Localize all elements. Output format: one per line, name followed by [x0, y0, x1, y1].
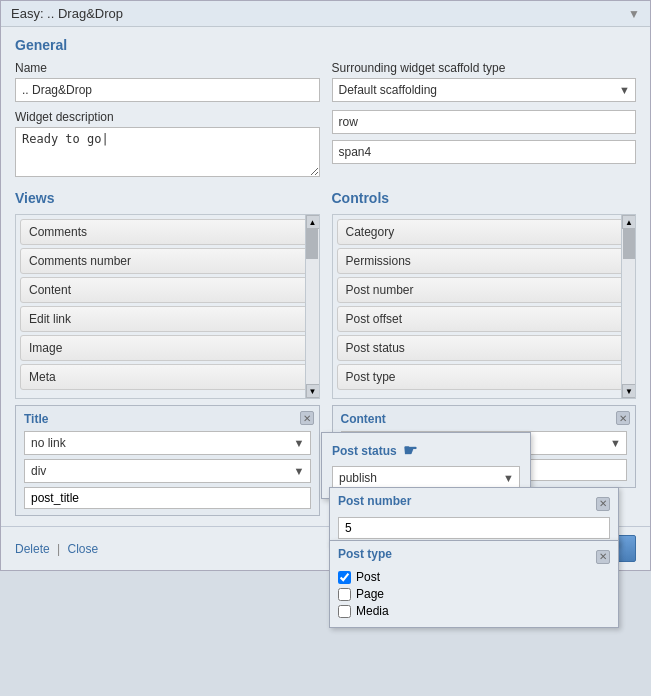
general-section-title: General [15, 37, 636, 53]
surrounding-select-wrapper: Default scaffolding ▼ [332, 78, 637, 102]
control-item-post-number[interactable]: Post number [337, 277, 632, 303]
delete-link[interactable]: Delete [15, 542, 50, 556]
main-window: Easy: .. Drag&Drop ▼ General Name Surrou… [0, 0, 651, 571]
post-type-close[interactable]: ✕ [596, 550, 610, 564]
span-input[interactable] [332, 140, 637, 164]
content-panel-title: Content [341, 412, 628, 426]
footer-links: Delete | Close [15, 542, 98, 556]
views-scroll-down[interactable]: ▼ [306, 384, 320, 398]
post-type-page-label: Page [356, 587, 384, 601]
control-item-post-status[interactable]: Post status [337, 335, 632, 361]
post-type-popup-title: Post type [338, 547, 392, 561]
control-item-permissions[interactable]: Permissions [337, 248, 632, 274]
footer-separator: | [57, 542, 60, 556]
views-section-title: Views [15, 190, 320, 206]
view-item-meta[interactable]: Meta [20, 364, 315, 390]
widget-desc-textarea[interactable]: Ready to go| [15, 127, 320, 177]
view-item-edit-link[interactable]: Edit link [20, 306, 315, 332]
general-bottom-row: Widget description Ready to go| [15, 110, 636, 180]
views-controls-row: Views Comments Comments number Content E… [15, 190, 636, 399]
controls-scroll-up[interactable]: ▲ [622, 215, 636, 229]
hand-icon: ☛ [403, 441, 417, 460]
post-type-popup: Post type ✕ Post Page Media [329, 540, 619, 628]
view-item-image[interactable]: Image [20, 335, 315, 361]
post-type-media-row: Media [338, 604, 610, 618]
controls-section-title: Controls [332, 190, 637, 206]
controls-list-inner: Category Permissions Post number Post of… [333, 215, 636, 397]
row-input[interactable] [332, 110, 637, 134]
post-status-label: Post status [332, 444, 397, 458]
title-select1-wrapper: no link ▼ [24, 431, 311, 455]
name-group: Name [15, 61, 320, 102]
title-select2-wrapper: div ▼ [24, 459, 311, 483]
widget-desc-label: Widget description [15, 110, 320, 124]
title-text-input[interactable] [24, 487, 311, 509]
content-panel-close[interactable]: ✕ [616, 411, 630, 425]
views-panel: Views Comments Comments number Content E… [15, 190, 320, 399]
general-top-row: Name Surrounding widget scaffold type De… [15, 61, 636, 102]
title-select2[interactable]: div [24, 459, 311, 483]
surrounding-group: Surrounding widget scaffold type Default… [332, 61, 637, 102]
collapse-arrow[interactable]: ▼ [628, 7, 640, 21]
title-bar: Easy: .. Drag&Drop ▼ [1, 1, 650, 27]
views-scroll-thumb [306, 229, 318, 259]
controls-scrollbar[interactable]: ▲ ▼ [621, 215, 635, 398]
title-config-panel: Title ✕ no link ▼ div ▼ [15, 405, 320, 516]
post-type-media-label: Media [356, 604, 389, 618]
post-type-post-row: Post [338, 570, 610, 584]
views-list: Comments Comments number Content Edit li… [15, 214, 320, 399]
views-list-inner: Comments Comments number Content Edit li… [16, 215, 319, 397]
views-scroll-track [306, 229, 319, 384]
control-item-post-offset[interactable]: Post offset [337, 306, 632, 332]
post-type-page-checkbox[interactable] [338, 588, 351, 601]
post-number-close[interactable]: ✕ [596, 497, 610, 511]
name-input[interactable] [15, 78, 320, 102]
title-select1[interactable]: no link [24, 431, 311, 455]
post-number-popup: Post number ✕ [329, 487, 619, 546]
post-type-post-label: Post [356, 570, 380, 584]
view-item-content[interactable]: Content [20, 277, 315, 303]
row-span-group [332, 110, 637, 180]
name-label: Name [15, 61, 320, 75]
views-scroll-up[interactable]: ▲ [306, 215, 320, 229]
view-item-comments-number[interactable]: Comments number [20, 248, 315, 274]
controls-list: Category Permissions Post number Post of… [332, 214, 637, 399]
content-area: General Name Surrounding widget scaffold… [1, 27, 650, 526]
widget-desc-group: Widget description Ready to go| [15, 110, 320, 180]
post-number-input[interactable] [338, 517, 610, 539]
post-status-popup-title: Post status ☛ [332, 441, 520, 460]
controls-panel: Controls Category Permissions Post numbe… [332, 190, 637, 399]
controls-scroll-down[interactable]: ▼ [622, 384, 636, 398]
post-type-media-checkbox[interactable] [338, 605, 351, 618]
controls-scroll-track [622, 229, 635, 384]
views-scrollbar[interactable]: ▲ ▼ [305, 215, 319, 398]
post-number-popup-title: Post number [338, 494, 411, 508]
title-panel-title: Title [24, 412, 311, 426]
controls-scroll-thumb [623, 229, 635, 259]
window-title: Easy: .. Drag&Drop [11, 6, 123, 21]
surrounding-label: Surrounding widget scaffold type [332, 61, 637, 75]
control-item-post-type[interactable]: Post type [337, 364, 632, 390]
close-link[interactable]: Close [68, 542, 99, 556]
view-item-comments[interactable]: Comments [20, 219, 315, 245]
surrounding-select[interactable]: Default scaffolding [332, 78, 637, 102]
post-type-post-checkbox[interactable] [338, 571, 351, 584]
post-type-page-row: Page [338, 587, 610, 601]
title-panel-close[interactable]: ✕ [300, 411, 314, 425]
control-item-category[interactable]: Category [337, 219, 632, 245]
